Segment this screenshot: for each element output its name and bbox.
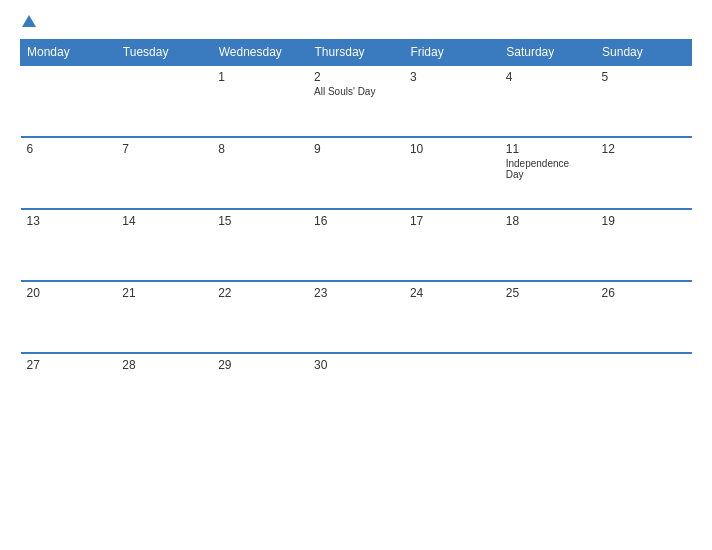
day-number: 12 [602, 142, 686, 156]
weekday-header-friday: Friday [404, 40, 500, 66]
calendar-cell: 6 [21, 137, 117, 209]
calendar-cell: 29 [212, 353, 308, 425]
calendar-cell: 25 [500, 281, 596, 353]
day-number: 26 [602, 286, 686, 300]
calendar-cell: 5 [596, 65, 692, 137]
day-number: 22 [218, 286, 302, 300]
calendar-week-row: 12All Souls' Day345 [21, 65, 692, 137]
weekday-header-row: MondayTuesdayWednesdayThursdayFridaySatu… [21, 40, 692, 66]
day-number: 21 [122, 286, 206, 300]
calendar-body: 12All Souls' Day34567891011Independence … [21, 65, 692, 425]
day-number: 7 [122, 142, 206, 156]
day-number: 3 [410, 70, 494, 84]
day-number: 8 [218, 142, 302, 156]
calendar-cell: 9 [308, 137, 404, 209]
calendar-cell: 2All Souls' Day [308, 65, 404, 137]
day-number: 16 [314, 214, 398, 228]
calendar-cell [116, 65, 212, 137]
logo-triangle-icon [22, 15, 36, 27]
weekday-header-wednesday: Wednesday [212, 40, 308, 66]
day-number: 29 [218, 358, 302, 372]
calendar-cell: 22 [212, 281, 308, 353]
calendar-cell: 12 [596, 137, 692, 209]
calendar-cell: 30 [308, 353, 404, 425]
header [20, 15, 692, 29]
day-number: 19 [602, 214, 686, 228]
calendar-cell: 24 [404, 281, 500, 353]
calendar-cell: 17 [404, 209, 500, 281]
calendar-cell: 8 [212, 137, 308, 209]
calendar-cell [404, 353, 500, 425]
calendar-week-row: 20212223242526 [21, 281, 692, 353]
calendar-cell: 13 [21, 209, 117, 281]
calendar-table: MondayTuesdayWednesdayThursdayFridaySatu… [20, 39, 692, 425]
day-event: All Souls' Day [314, 86, 398, 97]
calendar-week-row: 13141516171819 [21, 209, 692, 281]
calendar-cell: 20 [21, 281, 117, 353]
calendar-cell [21, 65, 117, 137]
calendar-cell: 21 [116, 281, 212, 353]
calendar-week-row: 67891011Independence Day12 [21, 137, 692, 209]
calendar-cell: 10 [404, 137, 500, 209]
calendar-week-row: 27282930 [21, 353, 692, 425]
calendar-cell: 27 [21, 353, 117, 425]
calendar-cell: 23 [308, 281, 404, 353]
day-number: 15 [218, 214, 302, 228]
calendar-cell: 18 [500, 209, 596, 281]
calendar-cell: 1 [212, 65, 308, 137]
calendar-cell: 19 [596, 209, 692, 281]
day-number: 20 [27, 286, 111, 300]
day-number: 30 [314, 358, 398, 372]
weekday-header-thursday: Thursday [308, 40, 404, 66]
calendar-header: MondayTuesdayWednesdayThursdayFridaySatu… [21, 40, 692, 66]
calendar-cell: 4 [500, 65, 596, 137]
day-number: 4 [506, 70, 590, 84]
calendar-cell: 7 [116, 137, 212, 209]
weekday-header-sunday: Sunday [596, 40, 692, 66]
weekday-header-monday: Monday [21, 40, 117, 66]
day-number: 13 [27, 214, 111, 228]
weekday-header-saturday: Saturday [500, 40, 596, 66]
weekday-header-tuesday: Tuesday [116, 40, 212, 66]
calendar-cell: 28 [116, 353, 212, 425]
day-number: 9 [314, 142, 398, 156]
day-event: Independence Day [506, 158, 590, 180]
day-number: 28 [122, 358, 206, 372]
calendar-cell: 3 [404, 65, 500, 137]
calendar-cell: 11Independence Day [500, 137, 596, 209]
day-number: 10 [410, 142, 494, 156]
day-number: 23 [314, 286, 398, 300]
day-number: 2 [314, 70, 398, 84]
calendar-cell [596, 353, 692, 425]
day-number: 18 [506, 214, 590, 228]
day-number: 25 [506, 286, 590, 300]
day-number: 14 [122, 214, 206, 228]
calendar-cell: 15 [212, 209, 308, 281]
day-number: 5 [602, 70, 686, 84]
calendar-cell [500, 353, 596, 425]
day-number: 24 [410, 286, 494, 300]
day-number: 27 [27, 358, 111, 372]
calendar-page: MondayTuesdayWednesdayThursdayFridaySatu… [0, 0, 712, 550]
day-number: 11 [506, 142, 590, 156]
logo [20, 15, 36, 29]
calendar-cell: 16 [308, 209, 404, 281]
calendar-cell: 26 [596, 281, 692, 353]
calendar-cell: 14 [116, 209, 212, 281]
day-number: 17 [410, 214, 494, 228]
day-number: 6 [27, 142, 111, 156]
day-number: 1 [218, 70, 302, 84]
